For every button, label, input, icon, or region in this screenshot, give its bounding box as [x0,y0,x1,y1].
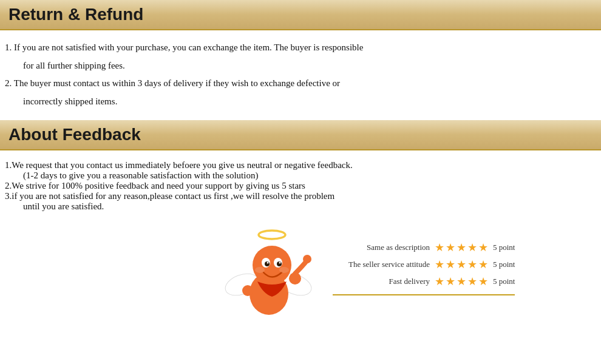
about-feedback-section: About Feedback 1.We request that you con… [0,120,601,329]
rating-point-1: 5 point [493,260,515,269]
feedback-item-1: 1.We request that you contact us immedia… [5,160,596,170]
feedback-item-3-indent: until you are satisfied. [5,201,596,212]
rating-label-0: Same as description [333,243,430,252]
svg-point-15 [303,255,311,263]
feedback-item-1-indent: (1-2 days to give you a reasonable satis… [5,170,596,181]
stars-2: ★ ★ ★ ★ ★ [435,275,488,288]
svg-point-14 [242,285,253,296]
ratings-table: Same as description ★ ★ ★ ★ ★ 5 point Th… [333,241,515,295]
svg-point-10 [279,262,281,264]
return-item-2-text: 2. The buyer must contact us within 3 da… [5,78,340,88]
rating-row-0: Same as description ★ ★ ★ ★ ★ 5 point [333,241,515,254]
return-refund-content: 1. If you are not satisfied with your pu… [0,36,601,120]
character-svg [223,224,314,327]
rating-row-1: The seller service attitude ★ ★ ★ ★ ★ 5 … [333,258,515,271]
about-feedback-header: About Feedback [0,120,601,150]
rating-point-2: 5 point [493,277,515,286]
stars-1: ★ ★ ★ ★ ★ [435,258,488,271]
feedback-item-2: 2.We strive for 100% positive feedback a… [5,181,596,191]
about-feedback-content: 1.We request that you contact us immedia… [0,157,601,329]
return-item-2: 2. The buyer must contact us within 3 da… [5,76,596,92]
return-item-1-cont: for all further shipping fees. [5,58,596,74]
svg-point-0 [259,231,285,239]
rating-point-0: 5 point [493,243,515,252]
return-refund-title: Return & Refund [8,5,593,24]
rating-row-2: Fast delivery ★ ★ ★ ★ ★ 5 point [333,275,515,288]
return-item-2-indent: incorrectly shipped items. [5,94,596,110]
feedback-item-3: 3.if you are not satisfied for any reaso… [5,191,596,201]
rating-label-2: Fast delivery [333,277,430,286]
svg-point-11 [255,267,265,273]
return-item-1: 1. If you are not satisfied with your pu… [5,40,596,56]
return-item-1-text: 1. If you are not satisfied with your pu… [5,42,363,52]
about-feedback-title: About Feedback [8,125,593,144]
character-illustration [223,224,314,321]
return-refund-header: Return & Refund [0,0,601,30]
svg-point-9 [267,262,269,264]
return-refund-section: Return & Refund 1. If you are not satisf… [0,0,601,120]
stars-0: ★ ★ ★ ★ ★ [435,241,488,254]
svg-point-4 [253,246,291,285]
svg-point-12 [279,267,289,273]
rating-label-1: The seller service attitude [333,260,430,269]
